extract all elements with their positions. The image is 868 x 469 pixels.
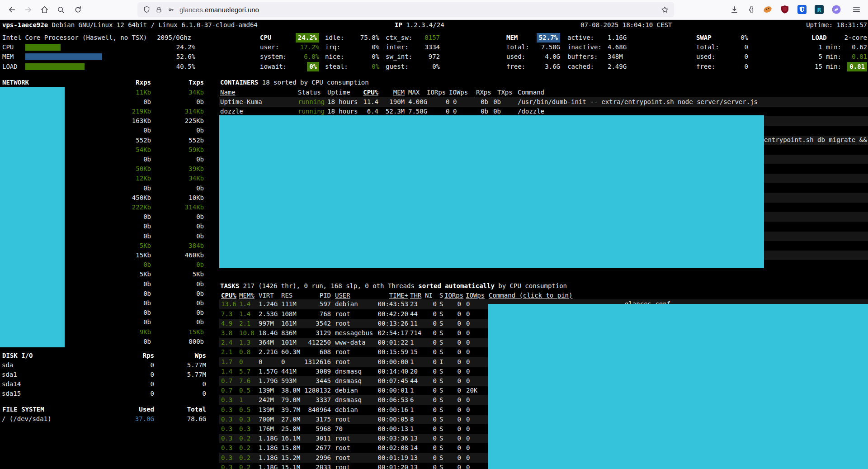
reload-button[interactable]: [71, 0, 85, 19]
containers-header-cpu%[interactable]: CPU%: [363, 88, 378, 97]
containers-header-command[interactable]: Command: [518, 88, 544, 97]
container-cell: 18 hours: [327, 97, 358, 107]
swap_block-cell: 0: [745, 62, 748, 71]
network-tx-value: 0b: [196, 298, 204, 308]
task-cell: 0: [466, 347, 470, 357]
disk-name: sda15: [2, 389, 21, 398]
containers-header-status[interactable]: Status: [298, 88, 321, 97]
task-cell: S: [439, 463, 443, 469]
task-cell: root: [335, 415, 350, 424]
forward-button[interactable]: [21, 0, 35, 19]
task-cell: 0: [433, 357, 437, 367]
raindrop-extension-icon[interactable]: R: [815, 5, 824, 14]
cpu_block-cell: steal:: [325, 62, 348, 71]
containers-header-uptime[interactable]: Uptime: [327, 88, 350, 97]
network-tx-value: 0b: [196, 260, 204, 270]
task-cell: 00:06:53: [378, 395, 408, 405]
network-rx-value: 0b: [143, 155, 151, 164]
task-cell: 6: [410, 395, 414, 405]
tasks-header-iorps[interactable]: IORps: [444, 291, 463, 300]
task-cell: 1: [410, 357, 414, 367]
task-cell: 0: [466, 328, 470, 338]
containers-header-iowps[interactable]: IOWps: [449, 88, 468, 97]
bookmark-star-icon[interactable]: [661, 6, 669, 14]
swap_block-cell: 0: [745, 52, 748, 62]
task-cell: 0: [466, 415, 470, 424]
tasks-header-mem%[interactable]: MEM%: [239, 291, 255, 300]
ip-line-part: IP: [395, 21, 402, 28]
cpu-usage-bar: [25, 44, 61, 51]
fs-used-header: Used: [139, 405, 154, 414]
task-cell: 0: [281, 357, 285, 367]
download-button[interactable]: [727, 0, 741, 19]
filesystem-title: FILE SYSTEM: [2, 405, 44, 414]
back-button[interactable]: [5, 0, 19, 19]
task-cell: 0: [458, 463, 461, 469]
tracking-shield-icon[interactable]: [143, 6, 151, 14]
download-icon: [730, 5, 739, 14]
task-cell: 0: [458, 357, 461, 367]
task-cell: 0.3: [221, 434, 232, 443]
tasks-header-cpu%[interactable]: CPU%: [221, 291, 236, 300]
datetime: 07-08-2025 18:04:10 CEST: [580, 20, 672, 30]
mem_block-cell: 1.16G: [608, 33, 627, 43]
task-cell: 4.9: [221, 319, 232, 328]
containers-header-max[interactable]: MAX: [408, 88, 420, 97]
task-cell: 00:15:59: [378, 347, 408, 357]
task-cell: 1: [410, 338, 414, 347]
tasks-header-time+[interactable]: TIME+: [389, 291, 408, 300]
task-cell: 0: [466, 395, 470, 405]
ublock-origin-extension-icon[interactable]: [780, 5, 789, 14]
bitwarden-extension-icon[interactable]: [797, 5, 807, 14]
disk-rps: 0: [151, 379, 154, 389]
home-button[interactable]: [37, 0, 52, 19]
containers-header-rxps[interactable]: RXps: [476, 88, 491, 97]
task-cell: 2996: [316, 453, 331, 463]
task-cell: root: [335, 434, 350, 443]
tasks-header-thr[interactable]: THR: [410, 291, 421, 300]
containers-header-name[interactable]: Name: [220, 88, 236, 97]
extensions-button[interactable]: [744, 0, 759, 19]
mem_block-cell: 2.49G: [608, 62, 627, 71]
mem_block-cell: free:: [506, 62, 525, 71]
tasks-header-pid[interactable]: PID: [320, 291, 331, 300]
containers-header-mem[interactable]: MEM: [393, 88, 405, 97]
task-cell: S: [439, 395, 443, 405]
containers-header-txps[interactable]: TXps: [497, 88, 513, 97]
containers-header-iorps[interactable]: IORps: [427, 88, 446, 97]
search-button[interactable]: [53, 0, 68, 19]
uptime: Uptime: 18:31:57: [806, 20, 867, 30]
task-cell: 7.3: [221, 309, 232, 319]
tasks-header-command[interactable]: Command (click to pin): [489, 291, 572, 300]
task-cell: 1: [410, 405, 414, 415]
network-rx-value: 0b: [143, 317, 151, 327]
privacy-badger-extension-icon[interactable]: [763, 5, 772, 14]
tasks-header-user[interactable]: USER: [335, 291, 350, 300]
task-cell: 0: [239, 357, 243, 367]
container-cell: 18 hours: [327, 107, 358, 116]
task-cell: 3.8: [221, 328, 232, 338]
container-cell: 0: [453, 97, 457, 107]
task-cell: 7.6: [239, 376, 250, 386]
fs-total-header: Total: [187, 405, 206, 414]
task-cell: 15.1M: [281, 463, 300, 469]
task-cell: 1.24G: [259, 299, 278, 309]
purple-extension-icon[interactable]: [832, 5, 841, 14]
host-line-part: vps-1aece92e: [2, 21, 48, 28]
load_block-cell: LOAD: [811, 33, 827, 43]
menu-button[interactable]: [849, 0, 863, 19]
network-rx-header: Rxps: [136, 78, 151, 87]
lock-icon[interactable]: [155, 6, 163, 14]
tasks-header-ni[interactable]: NI: [425, 291, 433, 300]
tasks-header-s[interactable]: S: [439, 291, 443, 300]
task-cell: root: [335, 463, 350, 469]
url-bar[interactable]: glances.emanuelegori.uno: [137, 2, 674, 17]
fs-total: 78.6G: [187, 414, 206, 424]
task-cell: 15.2M: [281, 453, 300, 463]
task-cell: 768: [320, 309, 331, 319]
tasks-header-virt[interactable]: VIRT: [259, 291, 274, 300]
tasks-header-iowps[interactable]: IOWps: [466, 291, 485, 300]
tasks-header-res[interactable]: RES: [281, 291, 292, 300]
cpu_block-cell: inter:: [386, 43, 409, 52]
permissions-icon[interactable]: [167, 6, 175, 14]
